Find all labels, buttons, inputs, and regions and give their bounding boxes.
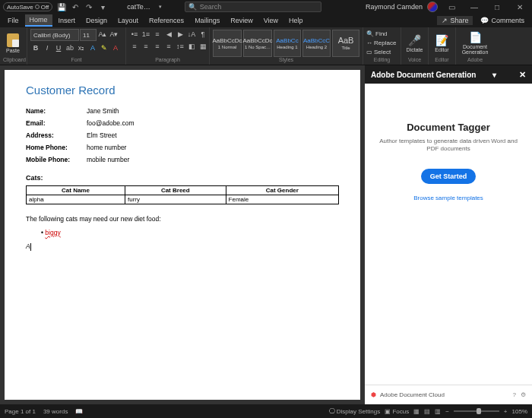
shrink-font-icon[interactable]: A▾	[109, 29, 119, 40]
panel-close-icon[interactable]: ✕	[519, 70, 526, 80]
view-web-icon[interactable]: ▥	[435, 408, 441, 415]
panel-footer: ⬢ Adobe Document Cloud ?⚙	[365, 385, 532, 404]
underline-button[interactable]: U	[53, 43, 64, 53]
browse-templates-link[interactable]: Browse sample templates	[413, 195, 483, 201]
shading-icon[interactable]: ◧	[186, 41, 197, 52]
multilevel-icon[interactable]: ≡	[152, 29, 163, 40]
subscript-button[interactable]: x₂	[76, 43, 87, 53]
menu-insert[interactable]: Insert	[54, 15, 81, 26]
ribbon-options-icon[interactable]: ▭	[442, 1, 461, 13]
menu-home[interactable]: Home	[25, 14, 52, 27]
replace-button[interactable]: ↔Replace	[366, 38, 396, 47]
style-heading1[interactable]: AaBbCcHeading 1	[274, 30, 301, 57]
share-label: Share	[450, 17, 468, 24]
clipboard-icon	[7, 33, 19, 47]
filename-dropdown-icon[interactable]: ▾	[156, 2, 165, 11]
page-count[interactable]: Page 1 of 1	[5, 408, 36, 415]
settings-icon[interactable]: ⚙	[521, 391, 526, 398]
redo-icon[interactable]: ↷	[84, 2, 93, 11]
field-label: Mobile Phone:	[26, 156, 87, 163]
paste-label: Paste	[6, 48, 20, 53]
docgen-icon: 📄	[469, 31, 482, 43]
document-canvas[interactable]: Customer Record Name:Jane Smith Email:fo…	[0, 65, 365, 404]
menu-file[interactable]: File	[3, 15, 24, 26]
search-input[interactable]: 🔍 Search	[185, 2, 321, 12]
paste-button[interactable]: Paste	[3, 30, 23, 57]
close-icon[interactable]: ✕	[511, 1, 529, 13]
display-settings-button[interactable]: 🖵 Display Settings	[329, 408, 381, 415]
menu-mailings[interactable]: Mailings	[190, 15, 224, 26]
typing-cursor: A	[26, 242, 339, 251]
menu-help[interactable]: Help	[284, 15, 308, 26]
page[interactable]: Customer Record Name:Jane Smith Email:fo…	[5, 70, 360, 400]
select-button[interactable]: ▭Select	[366, 47, 391, 56]
align-center-icon[interactable]: ≡	[141, 41, 151, 52]
style-normal[interactable]: AaBbCcDc1 Normal	[213, 30, 242, 57]
find-button[interactable]: 🔍Find	[366, 29, 388, 38]
zoom-out-icon[interactable]: −	[445, 408, 449, 415]
cats-heading: Cats:	[26, 174, 339, 182]
align-left-icon[interactable]: ≡	[129, 41, 140, 52]
user-avatar[interactable]	[427, 2, 438, 12]
style-nospacing[interactable]: AaBbCcDc1 No Spac…	[243, 30, 272, 57]
help-icon[interactable]: ?	[513, 391, 516, 398]
highlight-icon[interactable]: ✎	[99, 43, 109, 53]
style-title[interactable]: AaBTitle	[332, 30, 359, 57]
panel-dropdown-icon[interactable]: ▾	[492, 71, 496, 79]
borders-icon[interactable]: ▦	[198, 41, 208, 52]
strike-button[interactable]: ab	[65, 43, 75, 53]
pilcrow-icon[interactable]: ¶	[198, 29, 208, 40]
ribbon: Paste Clipboard Calibri (Body) 11 A▴ A▾ …	[0, 27, 532, 65]
view-print-icon[interactable]: ▦	[413, 408, 420, 415]
view-read-icon[interactable]: ▤	[424, 408, 430, 415]
save-icon[interactable]: 💾	[57, 2, 66, 11]
proofing-icon[interactable]: 📖	[75, 408, 83, 415]
sort-icon[interactable]: ↓A	[186, 29, 197, 40]
menu-references[interactable]: References	[144, 15, 188, 26]
font-color-icon[interactable]: A	[110, 43, 121, 53]
grow-font-icon[interactable]: A▴	[97, 29, 108, 40]
text-effects-icon[interactable]: A	[87, 43, 98, 53]
dictate-button[interactable]: 🎤Dictate	[404, 34, 425, 52]
qat-dropdown-icon[interactable]: ▾	[98, 2, 107, 11]
bullet-item: • biggy	[41, 229, 339, 236]
undo-icon[interactable]: ↶	[71, 2, 80, 11]
editor-button[interactable]: 📝Editor	[432, 34, 452, 52]
font-size-select[interactable]: 11	[80, 29, 97, 41]
share-button[interactable]: ↗Share	[437, 16, 473, 25]
line-spacing-icon[interactable]: ↕≡	[175, 41, 185, 52]
document-filename[interactable]: catTe…	[127, 3, 150, 11]
dedent-icon[interactable]: ◀	[163, 29, 174, 40]
align-right-icon[interactable]: ≡	[152, 41, 163, 52]
th: Cat Breed	[125, 186, 226, 195]
justify-icon[interactable]: ≡	[163, 41, 174, 52]
username-label[interactable]: Raymond Camden	[366, 3, 423, 11]
menu-review[interactable]: Review	[226, 15, 258, 26]
menu-bar: File Home Insert Design Layout Reference…	[0, 14, 532, 27]
minimize-icon[interactable]: —	[465, 1, 483, 13]
menu-design[interactable]: Design	[81, 15, 112, 26]
word-count[interactable]: 39 words	[43, 408, 68, 415]
autosave-toggle[interactable]: AutoSave Off	[3, 2, 52, 11]
main-area: Customer Record Name:Jane Smith Email:fo…	[0, 65, 532, 404]
get-started-button[interactable]: Get Started	[421, 169, 477, 184]
bullets-icon[interactable]: •≡	[129, 29, 140, 40]
menu-layout[interactable]: Layout	[113, 15, 143, 26]
style-heading2[interactable]: AaBbCcCHeading 2	[302, 30, 331, 57]
field-value: Jane Smith	[87, 107, 119, 115]
menu-view[interactable]: View	[259, 15, 283, 26]
italic-button[interactable]: I	[42, 43, 52, 53]
zoom-slider[interactable]	[454, 410, 499, 412]
zoom-level[interactable]: 105%	[512, 408, 527, 415]
zoom-in-icon[interactable]: +	[504, 408, 508, 415]
field-value: Elm Street	[87, 131, 117, 139]
focus-button[interactable]: ▣ Focus	[385, 408, 409, 415]
docgen-button[interactable]: 📄Document Generation	[459, 31, 491, 55]
font-name-select[interactable]: Calibri (Body)	[30, 29, 79, 41]
select-icon: ▭	[366, 49, 372, 55]
indent-icon[interactable]: ▶	[175, 29, 185, 40]
maximize-icon[interactable]: □	[488, 1, 506, 13]
numbering-icon[interactable]: 1≡	[141, 29, 151, 40]
bold-button[interactable]: B	[30, 43, 41, 53]
comments-button[interactable]: 💬Comments	[476, 16, 529, 25]
